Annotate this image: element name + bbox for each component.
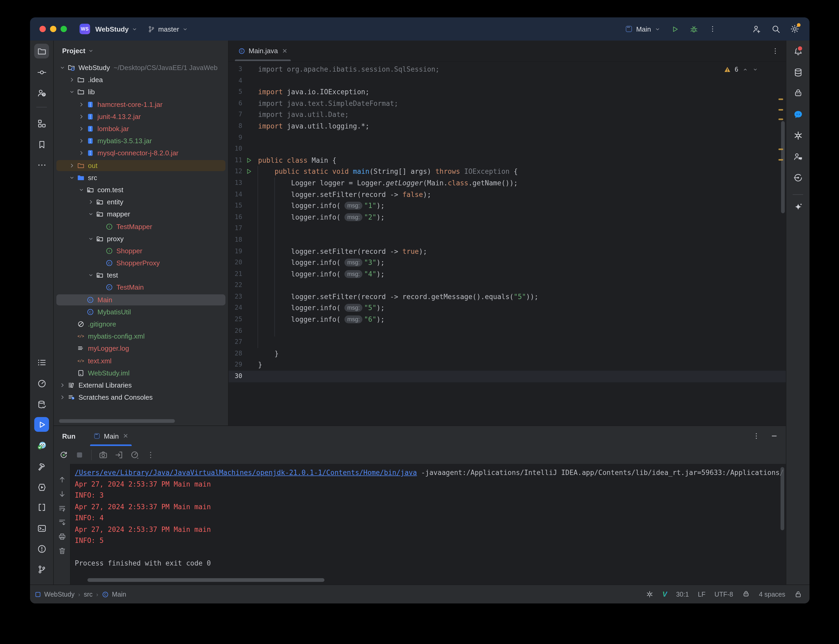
tab-options-icon[interactable] xyxy=(771,47,780,55)
camera-button[interactable] xyxy=(96,448,110,462)
close-window-button[interactable] xyxy=(39,26,46,32)
expand-chevron-icon[interactable] xyxy=(67,162,76,169)
ai-status[interactable] xyxy=(742,590,750,598)
tree-item-mapper[interactable]: mapper xyxy=(54,208,228,220)
code-line-18[interactable]: 18 xyxy=(229,234,778,246)
code-line-27[interactable]: 27 xyxy=(229,337,778,348)
tree-item-proxy[interactable]: proxy xyxy=(54,232,228,245)
toolwindow-build-button[interactable] xyxy=(34,459,49,474)
settings-button[interactable] xyxy=(787,21,802,36)
tree-item-Main[interactable]: CMain xyxy=(54,294,228,306)
expand-chevron-icon[interactable] xyxy=(77,138,86,144)
code-line-17[interactable]: 17 xyxy=(229,223,778,234)
code-line-13[interactable]: 13 Logger logger = Logger.getLogger(Main… xyxy=(229,177,778,189)
toolwindow-commit-button[interactable] xyxy=(34,65,49,79)
collapse-chevron-icon[interactable] xyxy=(86,211,95,218)
project-horizontal-scrollbar[interactable] xyxy=(59,419,175,423)
toolwindow-ai-assistant-button[interactable] xyxy=(791,200,805,214)
run-configuration-selector[interactable]: Main xyxy=(625,25,661,33)
toolwindow-run-button[interactable] xyxy=(34,417,49,432)
warning-stripe-mark[interactable] xyxy=(778,118,783,120)
breadcrumb-WebStudy[interactable]: WebStudy xyxy=(34,591,74,598)
collapse-chevron-icon[interactable] xyxy=(58,64,66,71)
code-line-15[interactable]: 15 logger.info( msg:"1"); xyxy=(229,200,778,212)
tree-item-text.xml[interactable]: </>text.xml xyxy=(54,355,228,367)
warning-stripe-mark[interactable] xyxy=(778,148,783,150)
readonly-toggle[interactable] xyxy=(794,590,802,598)
softwrap-button[interactable] xyxy=(57,503,67,513)
expand-chevron-icon[interactable] xyxy=(86,199,95,205)
code-line-14[interactable]: 14 logger.setFilter(record -> false); xyxy=(229,189,778,200)
toolwindow-structure-button[interactable] xyxy=(34,116,49,131)
indent-config[interactable]: 4 spaces xyxy=(759,591,785,598)
collapse-chevron-icon[interactable] xyxy=(67,89,76,95)
exit-run-button[interactable] xyxy=(112,448,126,462)
tree-item-.idea[interactable]: .idea xyxy=(54,74,228,86)
toolwindow-terminal-button[interactable] xyxy=(34,521,49,536)
code-line-22[interactable]: 22 xyxy=(229,280,778,291)
code-line-21[interactable]: 21 logger.info( msg:"4"); xyxy=(229,268,778,279)
trash-button[interactable] xyxy=(57,545,67,556)
code-with-me-button[interactable] xyxy=(750,21,764,36)
console[interactable]: /Users/eve/Library/Java/JavaVirtualMachi… xyxy=(71,464,786,585)
code-line-20[interactable]: 20 logger.info( msg:"3"); xyxy=(229,257,778,268)
run-line-icon[interactable] xyxy=(245,168,252,175)
code-line-25[interactable]: 25 logger.info( msg:"6"); xyxy=(229,314,778,325)
minimize-window-button[interactable] xyxy=(50,26,56,32)
code-line-5[interactable]: 5import java.io.IOException; xyxy=(229,86,778,98)
toolwindow-project-folder-button[interactable] xyxy=(34,44,49,58)
code-line-19[interactable]: 19 logger.setFilter(record -> true); xyxy=(229,246,778,257)
collapse-chevron-icon[interactable] xyxy=(86,235,95,242)
tree-item-junit-4.13.2.jar[interactable]: junit-4.13.2.jar xyxy=(54,110,228,123)
gauge-sm-button[interactable] xyxy=(128,448,141,462)
tree-item-Scratches and Consoles[interactable]: Scratches and Consoles xyxy=(54,391,228,403)
tree-item-External Libraries[interactable]: External Libraries xyxy=(54,379,228,391)
tree-item-mybatis-3.5.13.jar[interactable]: mybatis-3.5.13.jar xyxy=(54,135,228,147)
code-editor[interactable]: 6 3import org.apache.ibatis.session.SqlS… xyxy=(229,62,786,426)
arrow-down-button[interactable] xyxy=(57,489,67,499)
expand-chevron-icon[interactable] xyxy=(77,101,86,108)
breadcrumb-src[interactable]: src xyxy=(84,591,92,598)
maximize-window-button[interactable] xyxy=(61,26,67,32)
toolwindow-profiler-button[interactable] xyxy=(34,376,49,391)
toolwindow-version-control-button[interactable] xyxy=(34,562,49,577)
tree-item-lib[interactable]: lib xyxy=(54,86,228,98)
console-horizontal-scrollbar[interactable] xyxy=(87,578,324,582)
chatgpt-status[interactable] xyxy=(645,590,653,598)
collapse-chevron-icon[interactable] xyxy=(86,272,95,279)
warning-stripe-mark[interactable] xyxy=(778,109,783,110)
scrollend-button[interactable] xyxy=(57,517,67,527)
tree-item-mysql-connector-j-8.2.0.jar[interactable]: mysql-connector-j-8.2.0.jar xyxy=(54,147,228,159)
expand-chevron-icon[interactable] xyxy=(77,113,86,120)
toolwindow-code-with-me-chat-button[interactable] xyxy=(791,149,805,164)
warning-stripe-mark[interactable] xyxy=(778,159,783,161)
tree-item-WebStudy[interactable]: WebStudy~/Desktop/CS/JavaEE/1 JavaWeb xyxy=(54,62,228,74)
code-line-9[interactable]: 9 xyxy=(229,132,778,143)
run-panel-options-icon[interactable] xyxy=(752,432,760,440)
tree-item-TestMapper[interactable]: ITestMapper xyxy=(54,220,228,232)
code-line-11[interactable]: 11public class Main { xyxy=(229,155,778,166)
close-tab-icon[interactable]: ✕ xyxy=(282,47,287,54)
tree-item-out[interactable]: out xyxy=(54,159,228,171)
code-line-7[interactable]: 7import java.util.Date; xyxy=(229,109,778,121)
code-line-6[interactable]: 6import java.text.SimpleDateFormat; xyxy=(229,98,778,109)
toolwindow-todo-button[interactable] xyxy=(34,355,49,370)
file-encoding[interactable]: UTF-8 xyxy=(714,591,733,598)
expand-chevron-icon[interactable] xyxy=(58,394,66,401)
code-line-24[interactable]: 24 logger.info( msg:"5"); xyxy=(229,302,778,314)
toolwindow-problems-button[interactable] xyxy=(34,541,49,556)
stop-button[interactable] xyxy=(73,448,86,462)
tree-item-TestMain[interactable]: CTestMain xyxy=(54,281,228,294)
toolwindow-chatgpt-plugin-button[interactable] xyxy=(791,128,805,143)
tree-item-com.test[interactable]: com.test xyxy=(54,184,228,196)
code-line-26[interactable]: 26 xyxy=(229,325,778,337)
toolwindow-ai-robot-plugin-button[interactable] xyxy=(791,86,805,100)
warning-stripe-mark[interactable] xyxy=(778,99,783,100)
code-line-29[interactable]: 29} xyxy=(229,360,778,371)
toolwindow-code-preview-button[interactable] xyxy=(34,500,49,514)
caret-position[interactable]: 30:1 xyxy=(676,591,689,598)
toolwindow-gopher-plugin-button[interactable] xyxy=(34,438,49,453)
collapse-chevron-icon[interactable] xyxy=(77,186,86,193)
project-widget[interactable]: WebStudy xyxy=(94,25,138,33)
tree-item-test[interactable]: test xyxy=(54,269,228,281)
